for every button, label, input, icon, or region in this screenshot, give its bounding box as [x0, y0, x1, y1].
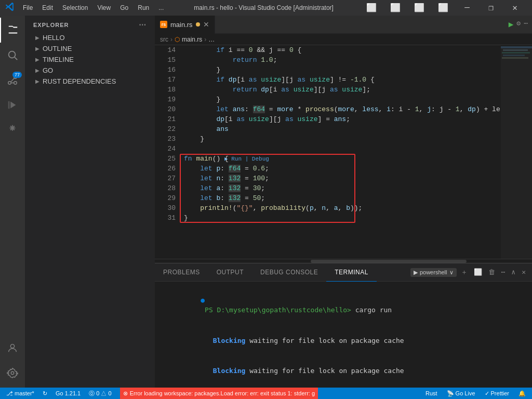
- status-prettier[interactable]: ✓ Prettier: [483, 390, 511, 397]
- status-go-version[interactable]: Go 1.21.1: [54, 390, 83, 396]
- status-go-live[interactable]: 📡 Go Live: [445, 390, 477, 397]
- window-maximize-button[interactable]: ❐: [479, 0, 503, 16]
- more-actions-icon[interactable]: ⋯: [524, 19, 528, 30]
- window-minimize-button[interactable]: —: [455, 0, 479, 16]
- new-file-icon[interactable]: ⋯: [139, 21, 147, 29]
- terminal-maximize-button[interactable]: ∧: [509, 268, 517, 276]
- activity-settings-icon[interactable]: [0, 361, 25, 385]
- terminal-delete-button[interactable]: 🗑: [486, 269, 497, 276]
- sidebar-item-rust-deps[interactable]: ▶ RUST DEPENDENCIES: [25, 76, 155, 87]
- window-grid-icon[interactable]: ⬜: [431, 0, 455, 16]
- sidebar-item-rust-deps-label: RUST DEPENDENCIES: [43, 77, 116, 85]
- status-error-text: Error loading workspace: packages.Load e…: [130, 390, 315, 396]
- window-split-icon[interactable]: ⬜: [407, 0, 431, 16]
- terminal-close-button[interactable]: ✕: [520, 268, 528, 276]
- terminal-add-button[interactable]: ＋: [459, 268, 470, 277]
- error-icon: ⊗: [123, 390, 128, 397]
- powershell-chevron-icon: ∨: [449, 269, 454, 276]
- powershell-label: powershell: [420, 269, 447, 275]
- breadcrumb-symbol[interactable]: …: [208, 36, 215, 43]
- tab-output[interactable]: OUTPUT: [208, 263, 252, 282]
- status-branch-label: master*: [15, 390, 34, 396]
- titlebar-left: File Edit Selection View Go Run ...: [5, 2, 168, 14]
- code-line-14: if i == 0 && j == 0 {: [184, 45, 501, 55]
- code-content[interactable]: if i == 0 && j == 0 { return 1.0; } if d…: [180, 45, 501, 259]
- menu-view[interactable]: View: [93, 3, 115, 12]
- window-panels-icon[interactable]: ⬜: [383, 0, 407, 16]
- terminal-line-2: Blocking waiting for file lock on packag…: [160, 325, 527, 356]
- svg-point-7: [11, 371, 14, 375]
- sidebar-item-timeline[interactable]: ▶ TIMELINE: [25, 54, 155, 65]
- status-errors[interactable]: ⓪ 0 △ 0: [87, 390, 113, 397]
- chevron-right-icon-3: ▶: [35, 57, 39, 62]
- code-line-30: println!("{}", probability(p, n, a, b));: [184, 203, 501, 213]
- sidebar-item-outline[interactable]: ▶ OUTLINE: [25, 43, 155, 54]
- breadcrumb: src › ⬡ main.rs › …: [155, 34, 532, 45]
- terminal-ps-label: PS D:\mysetup\gopath\rustcode\hello>: [201, 306, 355, 314]
- activity-search-icon[interactable]: [0, 43, 25, 68]
- sidebar-item-go[interactable]: ▶ GO: [25, 65, 155, 76]
- code-line-22: ans: [184, 124, 501, 134]
- status-language[interactable]: Rust: [423, 390, 440, 396]
- menu-selection[interactable]: Selection: [58, 3, 92, 12]
- status-language-label: Rust: [425, 390, 437, 396]
- titlebar-menu: File Edit Selection View Go Run ...: [19, 3, 168, 12]
- line-numbers: 14 15 16 17 18 19 20 21 22 23 24 25 26 2…: [155, 45, 180, 259]
- git-branch-icon: ⎇: [6, 390, 13, 397]
- activity-source-control-icon[interactable]: 77: [0, 68, 25, 92]
- terminal-split-button[interactable]: ⬜: [472, 268, 484, 276]
- tab-debug-console[interactable]: DEBUG CONSOLE: [252, 263, 326, 282]
- powershell-indicator[interactable]: ▶ powershell ∨: [410, 268, 457, 277]
- code-line-24: ▶ Run | Debug: [184, 144, 501, 154]
- tab-close-button[interactable]: ✕: [203, 20, 209, 29]
- activity-run-debug-icon[interactable]: [0, 92, 25, 117]
- terminal-content[interactable]: ● PS D:\mysetup\gopath\rustcode\hello> c…: [155, 282, 532, 388]
- blocking-text-2: waiting for file lock on package cache: [245, 367, 404, 375]
- menu-go[interactable]: Go: [116, 3, 132, 12]
- run-icon[interactable]: ▶: [509, 19, 514, 30]
- tab-filename: main.rs: [170, 21, 193, 29]
- code-line-18: return dp[i as usize][j as usize];: [184, 85, 501, 95]
- activity-account-icon[interactable]: [0, 336, 25, 361]
- code-line-31: }: [184, 213, 501, 223]
- svg-rect-5: [8, 101, 10, 109]
- code-line-25: fn main() {: [184, 154, 501, 164]
- breadcrumb-sep2: ›: [204, 36, 206, 43]
- sync-icon: ↻: [43, 390, 47, 397]
- breadcrumb-sep1: ›: [170, 36, 172, 43]
- sidebar-item-hello[interactable]: ▶ HELLO: [25, 32, 155, 43]
- check-icon: ✓: [485, 390, 489, 397]
- activity-bar: 77: [0, 16, 25, 388]
- chevron-right-icon-2: ▶: [35, 46, 39, 51]
- status-branch[interactable]: ⎇ master*: [4, 390, 36, 397]
- tab-bar: rs main.rs ✕ ▶ ⚙ ⋯: [155, 16, 532, 34]
- menu-run[interactable]: Run: [134, 3, 153, 12]
- window-layout-icon[interactable]: ⬜: [360, 0, 383, 16]
- code-line-19: }: [184, 95, 501, 104]
- menu-more[interactable]: ...: [154, 3, 168, 12]
- breadcrumb-src[interactable]: src: [160, 36, 168, 43]
- menu-file[interactable]: File: [19, 3, 37, 12]
- sidebar: EXPLORER ⋯ ▶ HELLO ▶ OUTLINE ▶ TIMELINE …: [25, 16, 155, 388]
- activity-extensions-icon[interactable]: [0, 117, 25, 142]
- menu-edit[interactable]: Edit: [38, 3, 57, 12]
- tab-terminal[interactable]: TERMINAL: [326, 263, 377, 282]
- status-error-message[interactable]: ⊗ Error loading workspace: packages.Load…: [120, 388, 318, 399]
- main-layout: 77 EXPLORER ⋯ ▶ HELLO: [0, 16, 532, 388]
- status-notifications[interactable]: 🔔: [516, 390, 528, 397]
- code-line-28: let a: i32 = 30;: [184, 183, 501, 193]
- tab-problems[interactable]: PROBLEMS: [155, 263, 208, 282]
- sidebar-item-hello-label: HELLO: [43, 34, 65, 42]
- terminal-more-button[interactable]: ⋯: [499, 268, 508, 276]
- tab-actions: ▶ ⚙ ⋯: [504, 19, 532, 30]
- activity-explorer-icon[interactable]: [0, 18, 25, 43]
- sidebar-item-timeline-label: TIMELINE: [43, 56, 74, 63]
- status-sync[interactable]: ↻: [41, 390, 49, 397]
- window-close-button[interactable]: ✕: [503, 0, 527, 16]
- status-right: Rust 📡 Go Live ✓ Prettier 🔔: [423, 390, 528, 397]
- code-line-16: }: [184, 65, 501, 75]
- blocking-label-2: Blocking: [201, 367, 245, 375]
- breadcrumb-file[interactable]: main.rs: [182, 36, 202, 43]
- tab-main-rs[interactable]: rs main.rs ✕: [155, 16, 215, 34]
- settings-icon[interactable]: ⚙: [516, 19, 521, 30]
